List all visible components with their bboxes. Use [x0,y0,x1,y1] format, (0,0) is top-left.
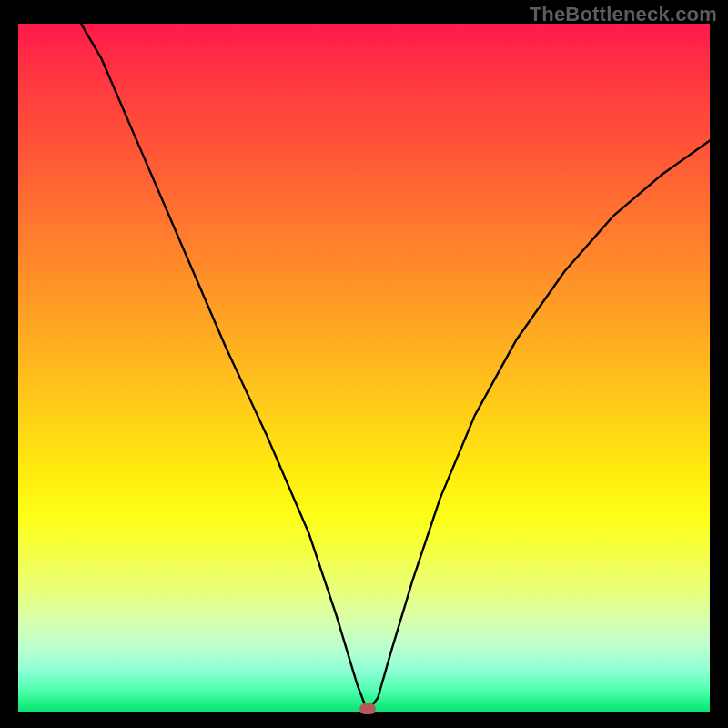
bottleneck-curve [18,24,710,712]
chart-frame: TheBottleneck.com [0,0,728,728]
watermark-text: TheBottleneck.com [530,3,717,26]
plot-area [18,24,710,712]
optimal-marker [359,703,376,714]
